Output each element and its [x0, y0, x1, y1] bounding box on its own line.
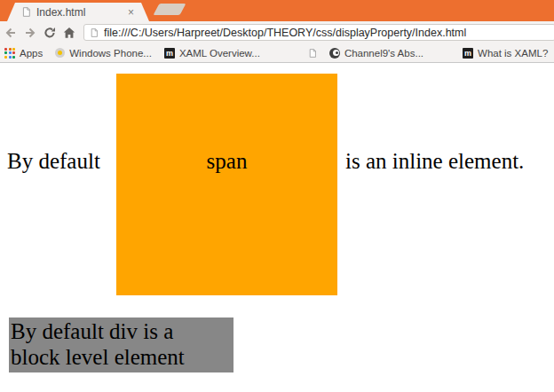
- bookmark-channel9[interactable]: Channel9's Abs...: [329, 48, 423, 59]
- bookmark-label: Apps: [20, 48, 43, 59]
- home-button[interactable]: [60, 24, 78, 42]
- inline-span-label: span: [116, 148, 337, 175]
- forward-button[interactable]: [21, 24, 39, 42]
- tab-title: Index.html: [36, 6, 127, 19]
- page-icon: [21, 6, 31, 18]
- back-button[interactable]: [2, 24, 20, 42]
- new-tab-button[interactable]: [154, 4, 186, 15]
- browser-tab[interactable]: Index.html ×: [7, 3, 149, 21]
- forward-arrow-icon: [23, 26, 37, 40]
- bookmark-label: What is XAML?: [478, 48, 548, 59]
- title-bar: Index.html ×: [0, 0, 554, 21]
- block-div-box: By default div is a block level element: [9, 318, 233, 372]
- url-text: file:///C:/Users/Harpreet/Desktop/THEORY…: [104, 27, 466, 39]
- bookmark-label: Channel9's Abs...: [344, 48, 423, 59]
- refresh-icon: [43, 26, 57, 40]
- apps-grid-icon: [4, 48, 15, 59]
- inline-demo-text-after: is an inline element.: [345, 148, 524, 175]
- bookmark-what-is-xaml[interactable]: m What is XAML?: [463, 48, 548, 59]
- channel9-icon: [329, 48, 340, 59]
- bookmark-label: XAML Overview...: [179, 48, 260, 59]
- address-bar[interactable]: file:///C:/Users/Harpreet/Desktop/THEORY…: [83, 24, 554, 41]
- msdn-m-icon: m: [463, 48, 473, 59]
- back-arrow-icon: [4, 26, 18, 40]
- page-content: By default span is an inline element. By…: [0, 63, 554, 392]
- windows-phone-icon: [55, 48, 65, 58]
- navigation-toolbar: file:///C:/Users/Harpreet/Desktop/THEORY…: [0, 21, 554, 43]
- inline-demo-text-before: By default: [7, 148, 100, 175]
- page-icon: [90, 27, 99, 38]
- bookmark-windows-phone[interactable]: Windows Phone...: [55, 48, 152, 59]
- inline-span-box: [116, 74, 337, 295]
- refresh-button[interactable]: [41, 24, 59, 42]
- tab-close-icon[interactable]: ×: [127, 7, 135, 18]
- bookmark-blank[interactable]: [308, 48, 317, 59]
- blank-page-icon: [308, 48, 317, 59]
- bookmark-label: Windows Phone...: [69, 48, 152, 59]
- bookmark-xaml-overview[interactable]: m XAML Overview...: [164, 48, 260, 59]
- home-icon: [62, 26, 76, 40]
- bookmarks-bar: Apps Windows Phone... m XAML Overview...…: [0, 43, 554, 63]
- bookmark-apps[interactable]: Apps: [4, 48, 43, 59]
- msdn-m-icon: m: [164, 48, 175, 59]
- browser-window: Index.html ×: [0, 0, 554, 392]
